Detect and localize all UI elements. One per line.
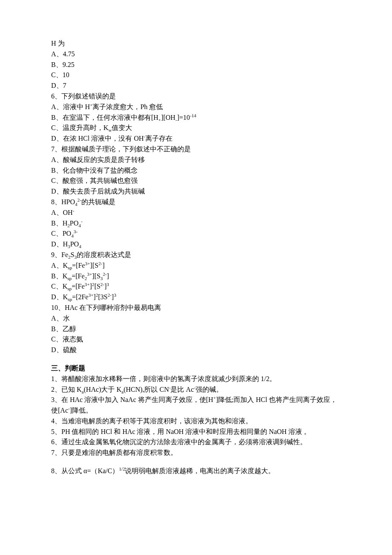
superscript: 3+	[85, 282, 90, 287]
judge-2: 2、已知 Ka(HAc)大于 Ka(HCN),所以 CN-是比 Ac-强的碱。	[51, 384, 341, 395]
superscript: 3	[114, 292, 116, 298]
text: 9、Fe	[51, 251, 68, 258]
text: 2、已知 K	[51, 386, 82, 393]
superscript: -	[81, 218, 83, 223]
text: =[2Fe	[72, 293, 88, 301]
superscript: 2-	[107, 292, 111, 298]
text: C、PO	[51, 230, 71, 237]
text: A、OH	[51, 209, 73, 216]
text: B、K	[51, 272, 67, 280]
text: C、K	[51, 283, 67, 290]
spacer	[51, 458, 341, 466]
text: A、K	[51, 262, 68, 269]
text: 是比 Ac	[170, 386, 194, 393]
superscript: 3+	[85, 260, 90, 266]
judge-1: 1、将醋酸溶液加水稀释一倍，则溶液中的氢离子浓度就减少到原来的 1/2。	[51, 374, 341, 384]
text: 离子浓度愈大，Ph 愈低	[92, 103, 163, 110]
section-3-title: 三、判断题	[51, 363, 341, 374]
document-page: H 为 A、4.75 B、9.25 C、10 D、7 6、下列叙述错误的是 A、…	[0, 0, 392, 555]
q6-option-b: B、在室温下，任何水溶液中都有[H+][OH-]=10-14	[51, 113, 341, 123]
subscript: sp	[67, 286, 72, 292]
q5-option-a: A、4.75	[51, 49, 341, 60]
text: 说明弱电解质溶液越稀，电离出的离子浓度越大。	[125, 467, 275, 474]
text: 3、在 HAc 溶液中加入 NaAc 将产生同离子效应，使[H	[51, 396, 213, 403]
text: B、在室温下，任何水溶液中都有[H	[51, 114, 159, 121]
text: D、K	[51, 293, 68, 301]
judge-3: 3、在 HAc 溶液中加入 NaAc 将产生同离子效应，使[H+]降低;而加入 …	[51, 395, 341, 416]
subscript: 2	[85, 276, 87, 281]
text: 离子存在	[145, 135, 173, 142]
q8-option-c: C、PO43-	[51, 228, 341, 239]
q7-option-d: D、酸失去质子后就成为共轭碱	[51, 186, 341, 197]
text: 的溶度积表达式是	[77, 251, 131, 258]
q10-option-c: C、液态氨	[51, 334, 341, 345]
text: B、H	[51, 220, 67, 227]
text: 的共轭碱是	[81, 198, 115, 205]
q6-stem: 6、下列叙述错误的是	[51, 91, 341, 102]
q8-stem: 8、HPO42-的共轭碱是	[51, 197, 341, 208]
q7-stem: 7、根据酸碱质子理论，下列叙述中不正确的是	[51, 144, 341, 155]
subscript: 4	[75, 202, 78, 207]
q9-option-b: B、Ksp=[Fe23+][S32-]	[51, 271, 341, 282]
superscript: 3-	[74, 229, 78, 234]
superscript: -	[73, 208, 75, 213]
q9-option-a: A、Ksp=[Fe3+][S2-]	[51, 260, 341, 271]
q7-option-b: B、化合物中没有了盐的概念	[51, 165, 341, 176]
text: ][OH	[161, 114, 176, 121]
text: =[Fe	[72, 283, 84, 290]
text: ]=10	[177, 114, 190, 121]
q8-option-d: D、H3PO4	[51, 239, 341, 250]
q7-option-c: C、酸愈强，其共轭碱也愈强	[51, 176, 341, 186]
q5-option-c: C、10	[51, 70, 341, 81]
q10-option-d: D、硫酸	[51, 345, 341, 356]
text: C、温度升高时，K	[51, 124, 108, 131]
text: [S	[94, 283, 100, 290]
q7-option-a: A、酸碱反应的实质是质子转移	[51, 155, 341, 165]
q10-option-a: A、水	[51, 313, 341, 324]
judge-4: 4、当难溶电解质的离子积等于其溶度积时，该溶液为其饱和溶液。	[51, 416, 341, 427]
superscript: 3	[107, 282, 109, 287]
text: ]降低。	[70, 407, 92, 414]
judge-7: 7、只要是难溶的电解质都有溶度积常数。	[51, 448, 341, 458]
subscript: sp	[67, 276, 72, 281]
subscript: 4	[78, 223, 81, 228]
q9-option-d: D、Ksp=[2Fe3+]2[3S2-]3	[51, 292, 341, 303]
q9-stem: 9、Fe2S3的溶度积表达式是	[51, 250, 341, 260]
q10-stem: 10、HAc 在下列哪种溶剂中最易电离	[51, 303, 341, 313]
superscript: -14	[190, 113, 196, 118]
text: ][S	[90, 262, 98, 269]
text: (HCN),所以 CN	[124, 386, 169, 393]
q6-option-c: C、温度升高时，Kw值变大	[51, 123, 341, 133]
q8-option-b: B、H2PO4-	[51, 218, 341, 229]
text: D、在浓 HCl 溶液中，没有 OH	[51, 135, 144, 142]
text: ]	[107, 272, 109, 280]
subscript: 4	[79, 244, 81, 249]
superscript: 2-	[78, 197, 81, 202]
text: S	[71, 251, 75, 258]
q5-option-b: B、9.25	[51, 60, 341, 70]
text: ][S	[92, 272, 101, 280]
q6-option-d: D、在浓 HCl 溶液中，没有 OH-离子存在	[51, 133, 341, 144]
subscript: 3	[101, 276, 103, 281]
text: 强的碱。	[196, 386, 223, 393]
text: =[Fe	[72, 272, 84, 280]
superscript: 3+	[88, 292, 93, 298]
text: PO	[70, 220, 78, 227]
subscript: sp	[68, 297, 72, 302]
superscript: 3+	[87, 271, 92, 276]
q9-option-c: C、Ksp=[Fe3+]2[S2-]3	[51, 281, 341, 292]
superscript: 2-	[103, 271, 107, 276]
text: 8、从公式 α=（Ka/C）	[51, 467, 119, 474]
superscript: 2-	[101, 282, 104, 287]
text: [3S	[98, 293, 107, 301]
subscript: 4	[71, 234, 74, 239]
text: A、溶液中 H	[51, 103, 90, 110]
judge-5: 5、PH 值相同的 HCl 和 HAc 溶液，用 NaOH 溶液中和时应用去相同…	[51, 427, 341, 437]
q10-option-b: B、乙醇	[51, 324, 341, 335]
superscript: 1/2	[119, 466, 125, 471]
q8-option-a: A、OH-	[51, 208, 341, 218]
text: D、H	[51, 240, 68, 248]
spacer	[51, 356, 341, 363]
text: PO	[70, 240, 79, 248]
q5-stem: H 为	[51, 38, 341, 49]
